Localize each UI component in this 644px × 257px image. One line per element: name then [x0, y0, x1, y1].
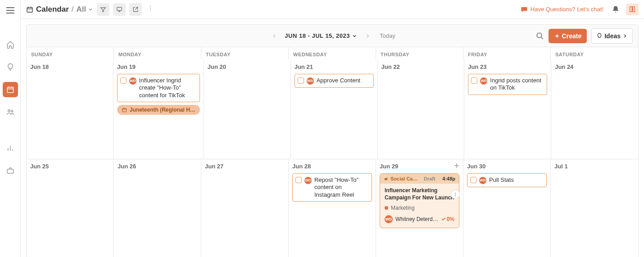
chevron-right-icon [622, 33, 628, 39]
avatar: WD [479, 177, 486, 184]
calendar-toolbar: JUN 18 - JUL 15, 2023 Today [27, 25, 638, 47]
calendar-cell[interactable]: Jun 18 [27, 60, 113, 159]
task-checkbox[interactable] [298, 77, 304, 84]
chevron-down-icon [88, 7, 93, 12]
people-icon [6, 108, 14, 116]
task-text: Approve Content [317, 77, 371, 84]
calendar-cell[interactable]: Jun 29Social Cam…Draft4:48pInfluencer Ma… [376, 159, 463, 257]
task-card[interactable]: WDIngrid posts content on TikTok [468, 74, 547, 95]
calendar-cell[interactable]: Jun 23WDIngrid posts content on TikTok [464, 60, 551, 159]
book-icon [629, 6, 636, 13]
bell-icon [612, 5, 620, 14]
date-range-selector[interactable]: JUN 18 - JUL 15, 2023 [285, 32, 357, 39]
svg-rect-10 [122, 108, 126, 112]
nav-calendar[interactable] [3, 82, 18, 97]
holiday-pill[interactable]: Juneteenth (Regional H… [117, 105, 200, 115]
chevron-left-icon [271, 33, 277, 39]
day-header: THURSDAY [376, 47, 463, 60]
task-card[interactable]: WDPull Stats [467, 173, 547, 187]
funnel-icon [100, 6, 106, 13]
nav-assets[interactable] [3, 163, 18, 178]
nav-ideas[interactable] [3, 59, 18, 75]
svg-rect-3 [7, 169, 14, 173]
display-button[interactable] [113, 3, 126, 16]
help-button[interactable] [626, 4, 639, 15]
date-label: Jun 26 [118, 163, 197, 170]
calendar-cell[interactable]: Jun 25 [27, 159, 114, 257]
next-period[interactable] [363, 31, 372, 41]
create-button[interactable]: Create [549, 29, 587, 43]
breadcrumb: Calendar / All [26, 5, 93, 14]
header: Calendar / All Have Q [21, 0, 644, 19]
campaign-title: Influencer Marketing Campaign For New La… [385, 187, 454, 201]
svg-point-13 [455, 195, 456, 196]
task-card[interactable]: WDApprove Content [295, 74, 374, 88]
notifications-button[interactable] [612, 5, 620, 14]
home-icon [6, 41, 14, 49]
svg-rect-5 [117, 7, 122, 10]
more-button[interactable] [145, 4, 155, 15]
svg-point-1 [8, 110, 10, 112]
filter-button[interactable] [97, 3, 109, 16]
campaign-card[interactable]: Social Cam…Draft4:48pInfluencer Marketin… [380, 173, 459, 228]
view-selector[interactable]: All [76, 5, 93, 14]
nav-analytics[interactable] [3, 140, 18, 156]
calendar-cell[interactable]: Jun 24 [551, 60, 638, 159]
svg-point-12 [455, 194, 456, 195]
task-checkbox[interactable] [120, 77, 127, 84]
date-label: Jun 28 [292, 163, 372, 170]
chat-link[interactable]: Have Questions? Let's chat! [521, 6, 603, 13]
calendar-cell[interactable]: Jun 28WDRepost "How-To" content on Insta… [289, 159, 376, 257]
nav-home[interactable] [3, 37, 18, 52]
more-vertical-icon [147, 5, 154, 12]
hamburger-icon [6, 7, 14, 14]
avatar: WD [307, 77, 314, 85]
calendar-cell[interactable]: Jun 27 [201, 159, 289, 257]
task-text: Repost "How-To" content on Instagram Ree… [314, 176, 369, 198]
megaphone-icon [384, 176, 389, 181]
task-checkbox[interactable] [470, 177, 476, 183]
search-icon [536, 32, 544, 40]
campaign-status: Draft [424, 176, 435, 181]
avatar: WD [480, 77, 487, 85]
chevron-right-icon [364, 33, 371, 39]
task-text: Influencer Ingrid create "How-To" conten… [139, 77, 197, 99]
campaign-menu[interactable] [451, 190, 460, 199]
breadcrumb-separator: / [72, 5, 74, 14]
calendar-cell[interactable]: Jun 20 [204, 60, 291, 159]
nav-people[interactable] [3, 104, 18, 120]
date-label: Jun 23 [468, 63, 547, 70]
svg-rect-4 [27, 7, 32, 12]
campaign-owner: Whitney Deterd… [395, 216, 438, 222]
task-card[interactable]: WDInfluencer Ingrid create "How-To" cont… [117, 74, 200, 102]
date-label: Jun 20 [208, 63, 287, 70]
date-label: Jul 1 [554, 163, 635, 170]
day-header: FRIDAY [463, 47, 551, 60]
date-label: Jun 27 [205, 163, 285, 170]
calendar-icon [26, 6, 33, 13]
calendar-cell[interactable]: Jul 1 [551, 159, 638, 257]
calendar-cell[interactable]: Jun 30WDPull Stats [463, 159, 551, 257]
add-item[interactable] [453, 162, 460, 171]
avatar: WD [304, 177, 312, 184]
calendar-cell[interactable]: Jun 21WDApprove Content [291, 60, 378, 159]
svg-rect-0 [7, 87, 14, 93]
share-button[interactable] [129, 3, 142, 16]
campaign-time: 4:48p [442, 176, 455, 181]
more-vertical-icon [453, 192, 458, 197]
task-checkbox[interactable] [471, 77, 477, 84]
ideas-button[interactable]: Ideas [591, 28, 633, 44]
svg-point-8 [150, 10, 151, 11]
prev-period[interactable] [269, 31, 279, 41]
calendar-icon [6, 86, 14, 94]
task-checkbox[interactable] [295, 177, 302, 183]
calendar-cell[interactable]: Jun 19WDInfluencer Ingrid create "How-To… [113, 60, 204, 159]
menu-toggle[interactable] [4, 5, 17, 16]
campaign-type: Social Cam… [384, 176, 421, 181]
day-header: WEDNESDAY [289, 47, 376, 60]
calendar-cell[interactable]: Jun 26 [114, 159, 201, 257]
task-card[interactable]: WDRepost "How-To" content on Instagram R… [292, 173, 372, 202]
search-button[interactable] [536, 32, 544, 40]
calendar-cell[interactable]: Jun 22 [378, 60, 465, 159]
today-button[interactable]: Today [380, 32, 395, 39]
